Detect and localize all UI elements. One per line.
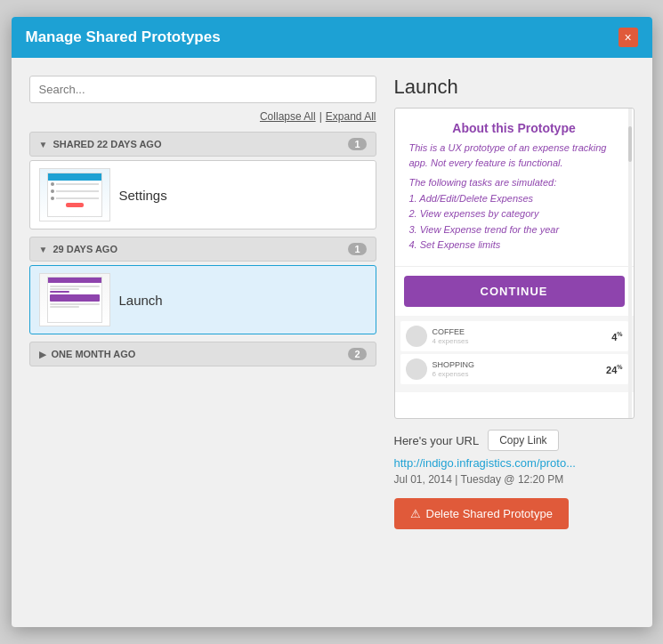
group-29days-items: Launch [29,265,376,334]
list-item[interactable]: Launch [29,265,376,334]
group-29days-label: 29 DAYS AGO [53,244,117,254]
modal-header: Manage Shared Prototypes × [12,17,652,58]
group-22days-arrow: ▼ [39,140,48,149]
search-input[interactable] [29,76,376,103]
left-panel: Collapse All | Expand All ▼ SHARED 22 DA… [29,76,376,609]
coffee-icon [406,326,427,347]
right-panel: Launch About this Prototype This is a UX… [394,76,635,609]
modal-body: Collapse All | Expand All ▼ SHARED 22 DA… [12,58,652,627]
preview-about-list: The following tasks are simulated: 1. Ad… [409,175,619,254]
date-text: Jul 01, 2014 | Tuesday @ 12:20 PM [394,473,635,486]
collapse-expand-row: Collapse All | Expand All [29,110,376,123]
url-row: Here's your URL Copy Link [394,430,635,451]
group-1month-label: ONE MONTH AGO [52,349,136,359]
preview-about: About this Prototype This is a UX protot… [395,109,634,267]
preview-app-row: COFFEE4 expenses 4% [400,321,628,351]
expand-all-link[interactable]: Expand All [326,110,376,123]
coffee-label: COFFEE4 expenses [427,327,612,345]
group-22days-badge: 1 [348,138,366,150]
preview-about-title: About this Prototype [409,121,619,135]
shopping-icon [406,358,427,380]
preview-scrollbar [628,109,632,418]
right-title: Launch [394,76,635,99]
preview-about-desc: This is a UX prototype of an expense tra… [409,141,619,170]
group-1month-header[interactable]: ▶ ONE MONTH AGO 2 [29,342,376,366]
group-22days-header[interactable]: ▼ SHARED 22 DAYS AGO 1 [29,132,376,157]
url-text: http://indigo.infragistics.com/proto... [394,456,635,470]
copy-link-button[interactable]: Copy Link [488,430,558,451]
delete-button[interactable]: ⚠ Delete Shared Prototype [394,498,569,529]
coffee-amount: 4% [611,331,622,342]
group-22days-items: Settings [29,160,376,229]
launch-name: Launch [119,293,163,308]
group-29days: ▼ 29 DAYS AGO 1 [29,237,376,334]
preview-app-row: SHOPPING6 expenses 24% [400,354,628,384]
group-22days-label: SHARED 22 DAYS AGO [53,139,161,149]
preview-container: About this Prototype This is a UX protot… [394,108,635,419]
delete-label: Delete Shared Prototype [426,507,553,520]
settings-thumbnail [39,168,110,221]
launch-thumbnail [39,273,110,326]
group-1month: ▶ ONE MONTH AGO 2 [29,342,376,366]
modal-title: Manage Shared Prototypes [26,28,221,46]
shopping-amount: 24% [606,364,622,375]
shopping-label: SHOPPING6 expenses [427,360,607,378]
collapse-all-link[interactable]: Collapse All [260,110,316,123]
preview-scrollbar-thumb [628,126,632,162]
separator: | [319,110,322,123]
group-22days: ▼ SHARED 22 DAYS AGO 1 [29,132,376,229]
modal: Manage Shared Prototypes × Collapse All … [12,17,652,627]
list-item[interactable]: Settings [29,160,376,229]
group-1month-badge: 2 [348,348,366,360]
url-label: Here's your URL [394,434,480,447]
preview-app-screen: COFFEE4 expenses 4% SHOPPING6 expenses 2… [395,316,634,392]
settings-name: Settings [119,188,167,203]
group-29days-arrow: ▼ [39,245,48,254]
close-button[interactable]: × [619,28,638,47]
group-29days-header[interactable]: ▼ 29 DAYS AGO 1 [29,237,376,262]
group-1month-arrow: ▶ [39,350,46,359]
continue-button[interactable]: CONTINUE [404,276,625,307]
group-29days-badge: 1 [348,243,366,255]
warning-icon: ⚠ [410,507,421,520]
preview-scroll[interactable]: About this Prototype This is a UX protot… [395,109,634,418]
